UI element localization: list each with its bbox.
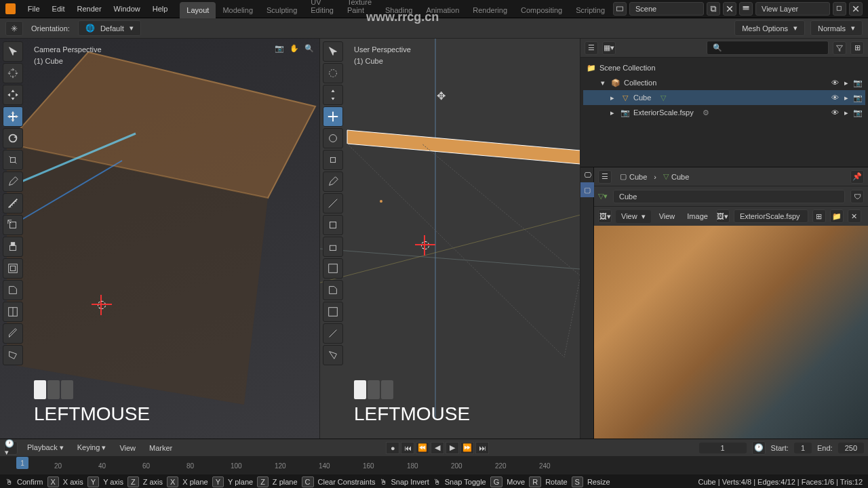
annotate-tool[interactable] <box>323 171 343 192</box>
transform-tool[interactable] <box>323 106 343 127</box>
display-mode-icon[interactable]: ▦▾ <box>602 41 616 55</box>
mesh-name-input[interactable]: Cube <box>613 190 845 203</box>
image-name-input[interactable]: ExteriorScale.fspy <box>734 209 808 223</box>
visibility-icon[interactable]: 👁 <box>830 108 840 117</box>
tab-layout[interactable]: Layout <box>180 2 216 18</box>
orientation-dropdown[interactable]: 🌐 Default ▾ <box>78 20 141 36</box>
jump-start-btn[interactable]: ⏮ <box>401 442 414 454</box>
knife-tool[interactable] <box>323 323 343 344</box>
tab-script[interactable]: Scripting <box>569 2 612 18</box>
end-frame[interactable]: 250 <box>838 443 864 453</box>
img-unlink-icon[interactable]: ✕ <box>848 209 861 223</box>
transform-tool[interactable] <box>3 106 23 127</box>
timeline-type-icon[interactable]: 🕐▾ <box>4 441 18 455</box>
tab-sculpting[interactable]: Sculpting <box>260 2 304 18</box>
disclosure-icon[interactable]: ▸ <box>608 94 617 102</box>
tab-anim[interactable]: Animation <box>419 2 466 18</box>
rotate-tool[interactable] <box>323 128 343 148</box>
selectable-icon[interactable]: ▸ <box>842 108 851 117</box>
image-viewport[interactable] <box>594 226 868 439</box>
normals-dropdown[interactable]: Normals▾ <box>810 20 863 36</box>
prop-tab-render[interactable]: 🖵 <box>580 167 594 182</box>
outliner-search[interactable]: 🔍 <box>707 41 829 55</box>
scale-tool[interactable] <box>323 150 343 170</box>
play-btn[interactable]: ▶ <box>446 442 459 454</box>
fake-user-icon[interactable]: 🛡 <box>850 190 864 203</box>
knife-tool[interactable] <box>3 323 23 344</box>
camera-icon[interactable]: 📷 <box>275 44 284 53</box>
tree-cube[interactable]: ▸ ▽ Cube ▽ 👁▸📷 <box>583 90 865 105</box>
cursor-tool[interactable] <box>3 63 23 83</box>
extrude-tool[interactable] <box>3 237 23 257</box>
transform-gizmo-icon[interactable] <box>5 21 23 36</box>
measure-tool[interactable] <box>323 193 343 214</box>
cursor-tool[interactable] <box>323 63 343 83</box>
tab-shading[interactable]: Shading <box>378 2 419 18</box>
loopcut-tool[interactable] <box>3 302 23 322</box>
tab-modeling[interactable]: Modeling <box>216 2 260 18</box>
tree-collection[interactable]: ▾ 📦 Collection 👁▸📷 <box>583 75 865 90</box>
disclosure-icon[interactable]: ▸ <box>608 108 617 117</box>
select-tool[interactable] <box>323 41 343 62</box>
move-tool[interactable] <box>323 85 343 105</box>
playhead[interactable]: 1 <box>16 457 28 469</box>
prop-tab-object[interactable]: ▢ <box>580 182 594 197</box>
selectable-icon[interactable]: ▸ <box>842 78 851 87</box>
jump-end-btn[interactable]: ⏭ <box>475 442 489 454</box>
autokey-btn[interactable]: ● <box>386 442 399 454</box>
timeline-ruler[interactable]: 1 20 40 60 80 100 120 140 160 180 200 22… <box>0 457 868 474</box>
menu-help[interactable]: Help <box>147 2 174 16</box>
marker-menu[interactable]: Marker <box>145 441 176 455</box>
viewlayer-input[interactable]: View Layer <box>755 2 830 16</box>
menu-render[interactable]: Render <box>72 2 107 16</box>
visibility-icon[interactable]: 👁 <box>830 78 840 87</box>
menu-edit[interactable]: Edit <box>47 2 71 16</box>
outliner-type-icon[interactable]: ☰ <box>585 41 598 55</box>
polybuild-tool[interactable] <box>3 345 23 365</box>
tl-view-menu[interactable]: View <box>115 441 140 455</box>
mesh-options-dropdown[interactable]: Mesh Options▾ <box>734 20 805 36</box>
tree-scene-collection[interactable]: 📁 Scene Collection <box>583 60 865 75</box>
img-open-icon[interactable]: 📁 <box>830 209 844 223</box>
new-collection-icon[interactable]: ⊞ <box>850 41 864 55</box>
render-icon[interactable]: 📷 <box>853 78 863 87</box>
extrude-tool[interactable] <box>323 237 343 257</box>
scene-copy-icon[interactable] <box>707 2 720 16</box>
add-cube-tool[interactable] <box>323 215 343 235</box>
bevel-tool[interactable] <box>323 280 343 300</box>
imgeditor-type-icon[interactable]: 🖼▾ <box>598 209 612 223</box>
tab-uv[interactable]: UV Editing <box>304 0 340 18</box>
img-image-menu[interactable]: Image <box>683 209 712 223</box>
img-browse-icon[interactable]: 🖼▾ <box>716 209 730 223</box>
inset-tool[interactable] <box>323 258 343 279</box>
selectable-icon[interactable]: ▸ <box>842 93 851 102</box>
pin-icon[interactable]: 📌 <box>850 170 864 184</box>
menu-file[interactable]: File <box>22 2 45 16</box>
annotate-tool[interactable] <box>3 171 23 192</box>
viewlayer-browse-icon[interactable] <box>739 2 753 16</box>
inset-tool[interactable] <box>3 258 23 279</box>
loopcut-tool[interactable] <box>323 302 343 322</box>
scene-delete-icon[interactable] <box>723 2 736 16</box>
pan-icon[interactable]: ✋ <box>290 44 299 53</box>
scale-tool[interactable] <box>3 150 23 170</box>
polybuild-tool[interactable] <box>323 345 343 365</box>
jump-prev-btn[interactable]: ⏪ <box>416 442 429 454</box>
render-icon[interactable]: 📷 <box>853 93 863 102</box>
move-tool[interactable] <box>3 85 23 105</box>
playback-menu[interactable]: Playback ▾ <box>23 441 68 455</box>
select-tool[interactable] <box>3 41 23 62</box>
current-frame[interactable]: 1 <box>699 443 747 453</box>
tab-rendering[interactable]: Rendering <box>466 2 514 18</box>
bevel-tool[interactable] <box>3 280 23 300</box>
jump-next-btn[interactable]: ⏩ <box>460 442 474 454</box>
zoom-icon[interactable]: 🔍 <box>304 44 314 53</box>
tree-exterior[interactable]: ▸ 📷 ExteriorScale.fspy ⚙ 👁▸📷 <box>583 105 865 120</box>
viewlayer-new-icon[interactable] <box>833 2 846 16</box>
play-rev-btn[interactable]: ◀ <box>431 442 444 454</box>
scene-name-input[interactable]: Scene <box>629 2 704 16</box>
menu-window[interactable]: Window <box>108 2 146 16</box>
img-mode-dropdown[interactable]: View▾ <box>616 210 651 223</box>
keying-menu[interactable]: Keying ▾ <box>73 441 111 455</box>
start-frame[interactable]: 1 <box>794 443 812 453</box>
